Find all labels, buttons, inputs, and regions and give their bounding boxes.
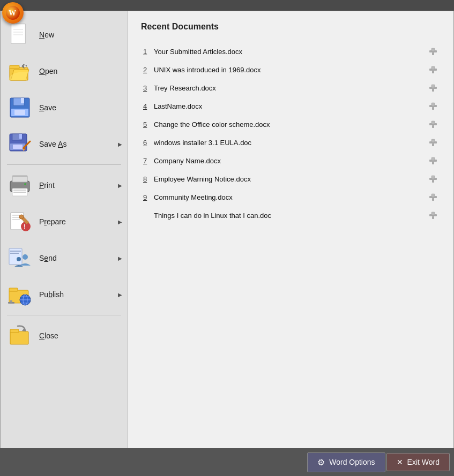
recent-item-number: 7 [143, 157, 154, 165]
pin-icon[interactable] [428, 155, 438, 166]
svg-text:W: W [9, 9, 16, 17]
save-as-arrow: ▶ [118, 141, 122, 147]
menu-item-prepare[interactable]: ! Prepare ▶ [1, 203, 128, 240]
office-menu-dialog: W New [0, 0, 454, 476]
svg-point-35 [19, 215, 24, 219]
recent-item[interactable]: 6windows installer 3.1 EULA.doc [141, 133, 441, 152]
svg-rect-57 [432, 71, 434, 73]
close-doc-icon [7, 323, 33, 349]
recent-item[interactable]: 5Change the Office color scheme.docx [141, 115, 441, 133]
recent-item[interactable]: 2UNIX was introduced in 1969.docx [141, 61, 441, 79]
recent-item[interactable]: Things I can do in Linux that I can.doc [141, 206, 441, 224]
prepare-icon: ! [7, 209, 33, 235]
svg-rect-11 [21, 98, 24, 103]
recent-item[interactable]: 9Community Meeting.docx [141, 188, 441, 206]
recent-item-name: Company Name.docx [154, 157, 428, 165]
svg-rect-75 [432, 180, 434, 183]
pin-icon[interactable] [428, 192, 438, 202]
menu-item-close[interactable]: Close [1, 318, 128, 354]
svg-rect-51 [10, 329, 19, 333]
svg-rect-73 [431, 157, 435, 161]
main-content: New Open [0, 11, 454, 476]
recent-item-name: Your Submitted Articles.docx [154, 48, 428, 56]
menu-item-publish[interactable]: Publish ▶ [1, 276, 128, 313]
send-label: Send [39, 254, 57, 262]
svg-rect-42 [9, 288, 18, 291]
save-label: Save [39, 103, 56, 112]
pin-icon[interactable] [428, 46, 438, 57]
publish-icon [7, 282, 33, 307]
recent-item-name: Trey Research.docx [154, 84, 428, 92]
svg-rect-13 [14, 110, 25, 115]
svg-point-39 [23, 254, 28, 260]
word-options-label: Word Options [329, 458, 375, 466]
pin-icon[interactable] [428, 101, 438, 111]
new-label: New [39, 31, 54, 39]
divider-1 [7, 164, 121, 165]
send-arrow: ▶ [118, 255, 122, 261]
svg-rect-38 [10, 253, 19, 254]
svg-rect-72 [432, 162, 434, 164]
svg-rect-50 [10, 331, 28, 344]
svg-rect-76 [431, 176, 435, 179]
print-arrow: ▶ [118, 183, 122, 188]
prepare-label: Prepare [39, 217, 66, 226]
svg-rect-67 [431, 121, 435, 124]
save-as-label: Save As [39, 140, 66, 148]
recent-documents-list: 1Your Submitted Articles.docx2UNIX was i… [141, 42, 441, 224]
word-options-button[interactable]: ⚙ Word Options [307, 452, 385, 472]
menu-item-save-as[interactable]: Save As ▶ [1, 126, 128, 162]
new-icon [7, 22, 33, 48]
exit-icon: ✕ [397, 458, 403, 466]
pin-icon[interactable] [428, 173, 438, 184]
open-label: Open [39, 67, 57, 75]
svg-point-27 [24, 183, 26, 185]
recent-documents-title: Recent Documents [141, 22, 441, 34]
svg-rect-54 [432, 52, 434, 55]
exit-word-button[interactable]: ✕ Exit Word [386, 453, 450, 471]
recent-item-number: 8 [143, 175, 154, 183]
recent-item[interactable]: 7Company Name.docx [141, 152, 441, 170]
menu-item-send[interactable]: Send ▶ [1, 240, 128, 276]
svg-text:!: ! [24, 223, 26, 231]
close-label: Close [39, 331, 58, 340]
recent-item[interactable]: 1Your Submitted Articles.docx [141, 42, 441, 61]
save-as-icon [7, 131, 33, 157]
recent-item-name: Community Meeting.docx [154, 193, 428, 201]
pin-icon[interactable] [428, 210, 438, 221]
bottom-bar: ⚙ Word Options ✕ Exit Word [0, 448, 454, 476]
recent-item[interactable]: 8Employee Warning Notice.docx [141, 170, 441, 188]
svg-rect-18 [13, 145, 23, 149]
svg-rect-28 [12, 176, 27, 177]
recent-item-name: UNIX was introduced in 1969.docx [154, 66, 428, 74]
pin-icon[interactable] [428, 119, 438, 130]
recent-item[interactable]: 3Trey Research.docx [141, 79, 441, 97]
recent-item[interactable]: 4LastName.docx [141, 97, 441, 115]
recent-item-name: Change the Office color scheme.docx [154, 120, 428, 129]
svg-rect-25 [13, 190, 26, 191]
pin-icon[interactable] [428, 64, 438, 75]
menu-item-new[interactable]: New [1, 17, 128, 53]
recent-item-name: LastName.docx [154, 102, 428, 110]
menu-item-open[interactable]: Open [1, 53, 128, 89]
menu-item-save[interactable]: Save [1, 89, 128, 126]
svg-rect-78 [432, 198, 434, 201]
svg-rect-32 [12, 219, 20, 220]
svg-rect-66 [432, 125, 434, 128]
pin-icon[interactable] [428, 82, 438, 93]
right-panel: Recent Documents 1Your Submitted Article… [128, 11, 453, 475]
exit-word-label: Exit Word [407, 458, 440, 466]
publish-arrow: ▶ [118, 292, 122, 298]
svg-rect-60 [432, 89, 434, 92]
pin-icon[interactable] [428, 137, 438, 148]
office-orb[interactable]: W [2, 2, 24, 24]
publish-label: Publish [39, 290, 64, 299]
menu-item-print[interactable]: Print ▶ [1, 167, 128, 203]
print-icon [7, 172, 33, 198]
svg-rect-79 [431, 194, 435, 197]
svg-rect-37 [10, 251, 21, 252]
svg-rect-82 [431, 212, 435, 215]
svg-point-40 [17, 257, 21, 261]
svg-rect-16 [19, 134, 22, 139]
left-panel: New Open [1, 11, 128, 475]
